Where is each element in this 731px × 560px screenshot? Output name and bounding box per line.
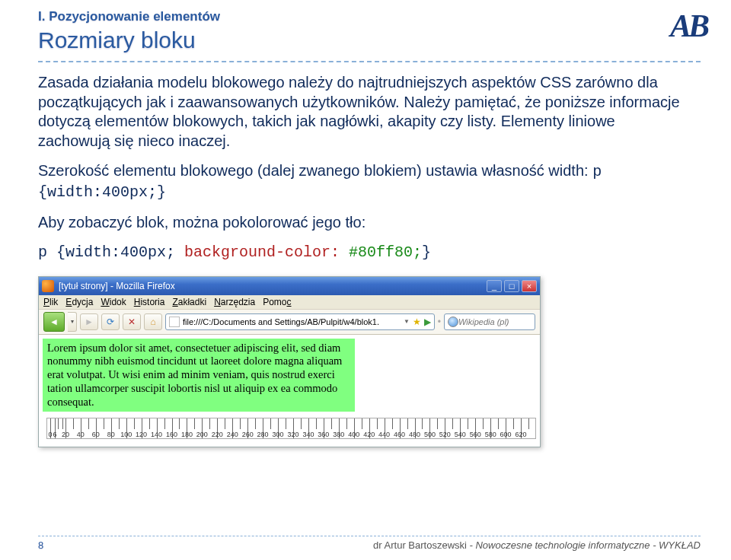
ruler: 0204060801001201401601802002202402602803… bbox=[46, 418, 536, 439]
search-bar[interactable] bbox=[444, 313, 535, 330]
dropdown-icon[interactable]: ▼ bbox=[404, 318, 410, 325]
code-2: p {width:400px; background-color: #80ff8… bbox=[38, 243, 685, 262]
code-2b: background-color: bbox=[184, 243, 340, 261]
page-number: 8 bbox=[38, 539, 56, 551]
menu-historia[interactable]: Historia bbox=[134, 297, 165, 307]
separator: • bbox=[438, 317, 441, 327]
browser-screenshot: [tytuł strony] - Mozilla Firefox _ □ × P… bbox=[38, 276, 541, 447]
menu-zakladki[interactable]: Zakładki bbox=[172, 297, 206, 307]
paragraph-2-text: Szerokość elementu blokowego (dalej zwan… bbox=[38, 162, 592, 179]
menu-plik[interactable]: Plik bbox=[43, 297, 58, 307]
maximize-button[interactable]: □ bbox=[504, 280, 519, 292]
bookmark-star-icon[interactable]: ★ bbox=[413, 317, 421, 327]
divider bbox=[38, 61, 701, 62]
paragraph-2: Szerokość elementu blokowego (dalej zwan… bbox=[38, 161, 685, 202]
firefox-icon bbox=[42, 280, 54, 292]
reload-button[interactable]: ⟳ bbox=[101, 313, 120, 330]
search-input[interactable] bbox=[458, 317, 519, 326]
address-input[interactable] bbox=[183, 317, 401, 326]
code-2a: p {width:400px; bbox=[38, 243, 184, 261]
go-arrow-icon[interactable]: ▶ bbox=[424, 317, 431, 327]
menu-narzedzia[interactable]: Narzędzia bbox=[214, 297, 255, 307]
window-title: [tytuł strony] - Mozilla Firefox bbox=[59, 281, 175, 291]
page-icon bbox=[169, 317, 180, 327]
wikipedia-icon bbox=[448, 317, 458, 327]
address-bar[interactable]: ▼ ★ ▶ bbox=[165, 313, 435, 330]
section-label: I. Pozycjonowanie elementów bbox=[38, 9, 701, 24]
paragraph-1: Zasada działania modelu blokowego należy… bbox=[38, 73, 685, 151]
forward-button[interactable]: ► bbox=[80, 313, 98, 330]
menubar: Plik Edycja Widok Historia Zakładki Narz… bbox=[39, 295, 540, 310]
footer-author: dr Artur Bartoszewski bbox=[373, 539, 469, 551]
menu-edycja[interactable]: Edycja bbox=[65, 297, 93, 307]
code-2c: #80ff80; bbox=[340, 243, 422, 261]
green-paragraph: Lorem ipsum dolor sit amet, consectetuer… bbox=[43, 339, 355, 412]
code-2d: } bbox=[422, 243, 431, 261]
logo: AB bbox=[670, 8, 707, 44]
titlebar: [tytuł strony] - Mozilla Firefox _ □ × bbox=[39, 277, 540, 295]
menu-pomoc[interactable]: Pomoc bbox=[263, 297, 291, 307]
page-title: Rozmiary bloku bbox=[38, 27, 701, 53]
close-button[interactable]: × bbox=[522, 280, 537, 292]
back-button[interactable]: ◄ bbox=[43, 312, 65, 332]
minimize-button[interactable]: _ bbox=[487, 280, 502, 292]
footer-rest: - Nowoczesne technologie informatyczne -… bbox=[470, 539, 701, 551]
page-content: Lorem ipsum dolor sit amet, consectetuer… bbox=[39, 335, 540, 447]
back-dropdown[interactable]: ▾ bbox=[68, 312, 77, 332]
footer: 8 dr Artur Bartoszewski - Nowoczesne tec… bbox=[38, 536, 701, 551]
menu-widok[interactable]: Widok bbox=[101, 297, 126, 307]
paragraph-3: Aby zobaczyć blok, można pokolorować jeg… bbox=[38, 213, 685, 233]
stop-button[interactable]: ✕ bbox=[123, 313, 141, 330]
home-button[interactable]: ⌂ bbox=[144, 313, 162, 330]
toolbar: ◄ ▾ ► ⟳ ✕ ⌂ ▼ ★ ▶ • bbox=[39, 310, 540, 335]
